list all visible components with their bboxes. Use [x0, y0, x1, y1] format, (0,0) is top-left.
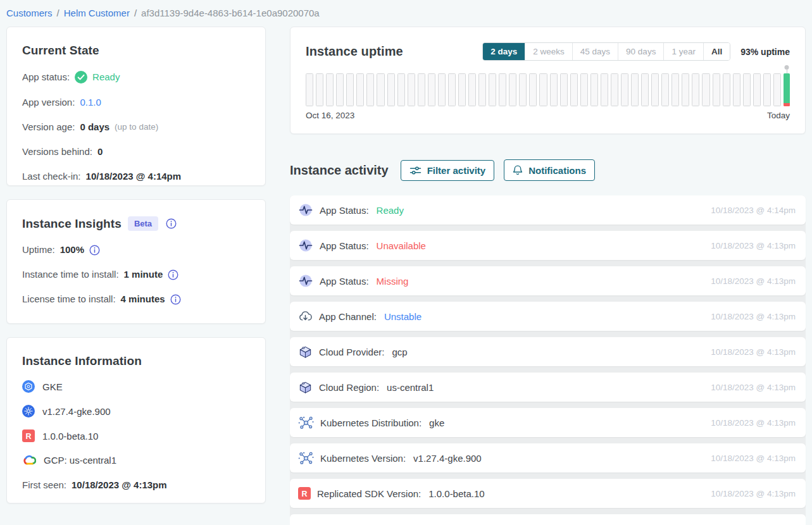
- activity-row-label: App Channel:: [319, 311, 377, 322]
- uptime-bar[interactable]: [468, 73, 476, 106]
- uptime-bar[interactable]: [408, 73, 415, 106]
- uptime-percentage: 93% uptime: [740, 47, 790, 57]
- range-button-90-days[interactable]: 90 days: [618, 43, 663, 60]
- info-icon[interactable]: [89, 245, 100, 256]
- app-version-link[interactable]: 0.1.0: [80, 97, 101, 108]
- activity-row-label: Replicated SDK Version:: [317, 488, 421, 499]
- uptime-bar[interactable]: [743, 73, 751, 106]
- breadcrumb-link-customer-name[interactable]: Helm Customer: [64, 8, 130, 18]
- uptime-bar[interactable]: [550, 73, 558, 106]
- uptime-bar[interactable]: [723, 73, 730, 106]
- app-status-icon: [298, 202, 313, 218]
- uptime-bar[interactable]: [499, 73, 506, 106]
- activity-row-timestamp: 10/18/2023 @ 4:13pm: [711, 276, 796, 286]
- uptime-bar[interactable]: [631, 73, 639, 106]
- beta-badge: Beta: [128, 216, 158, 231]
- range-button-2-weeks[interactable]: 2 weeks: [525, 43, 572, 60]
- breadcrumb-link-customers[interactable]: Customers: [6, 8, 53, 18]
- uptime-bar[interactable]: [753, 73, 761, 106]
- activity-row: App Status:Ready10/18/2023 @ 4:14pm: [290, 195, 806, 225]
- uptime-bar[interactable]: [336, 73, 344, 106]
- notifications-button[interactable]: Notifications: [504, 159, 595, 181]
- uptime-bar[interactable]: [306, 73, 313, 106]
- uptime-bar[interactable]: [601, 73, 608, 106]
- uptime-bar[interactable]: [539, 73, 547, 106]
- range-button-45-days[interactable]: 45 days: [572, 43, 618, 60]
- instance-information-text: GCP: us-central1: [44, 455, 116, 466]
- first-seen-value: 10/18/2023 @ 4:13pm: [72, 479, 167, 491]
- activity-row-value: Missing: [377, 276, 409, 287]
- instance-information-text: v1.27.4-gke.900: [42, 406, 111, 417]
- uptime-bar[interactable]: [713, 73, 720, 106]
- uptime-bar[interactable]: [580, 73, 588, 106]
- license-time-value: 4 minutes: [121, 293, 165, 305]
- info-icon[interactable]: [166, 218, 177, 229]
- uptime-bar[interactable]: [316, 73, 323, 106]
- uptime-bar[interactable]: [692, 73, 699, 106]
- uptime-bar[interactable]: [326, 73, 334, 106]
- gcp-icon: [22, 454, 36, 466]
- range-button-1-year[interactable]: 1 year: [663, 43, 703, 60]
- uptime-chart[interactable]: [306, 73, 790, 106]
- uptime-chart-labels: Oct 16, 2023 Today: [306, 111, 790, 120]
- uptime-bar[interactable]: [611, 73, 618, 106]
- license-time-row: License time to install: 4 minutes: [22, 293, 250, 305]
- versions-behind-label: Versions behind:: [22, 146, 92, 158]
- first-seen-label: First seen:: [22, 479, 66, 491]
- uptime-bar[interactable]: [641, 73, 649, 106]
- activity-row-timestamp: 10/18/2023 @ 4:13pm: [711, 454, 796, 463]
- uptime-bar[interactable]: [560, 73, 568, 106]
- app-status-icon: [298, 273, 313, 288]
- version-age-value: 0 days: [80, 121, 109, 133]
- uptime-bar[interactable]: [428, 73, 435, 106]
- range-button-all[interactable]: All: [703, 43, 730, 60]
- uptime-bar[interactable]: [621, 73, 628, 106]
- left-column: Current State App status: Ready App vers…: [6, 27, 266, 503]
- info-icon[interactable]: [170, 294, 181, 305]
- uptime-bar[interactable]: [733, 73, 740, 106]
- instance-insights-title: Instance Insights: [22, 217, 122, 231]
- uptime-bar[interactable]: [448, 73, 456, 106]
- app-version-label: App version:: [22, 97, 75, 108]
- uptime-bar[interactable]: [418, 73, 425, 106]
- uptime-bar-current[interactable]: [784, 73, 790, 106]
- last-checkin-row: Last check-in: 10/18/2023 @ 4:14pm: [22, 171, 250, 182]
- uptime-bar[interactable]: [519, 73, 527, 106]
- activity-row-label: Cloud Region:: [319, 382, 379, 393]
- activity-row: RReplicated SDK Version:1.0.0-beta.1010/…: [290, 479, 806, 508]
- activity-row-timestamp: 10/18/2023 @ 4:13pm: [711, 383, 796, 392]
- uptime-bar[interactable]: [661, 73, 669, 106]
- uptime-bar[interactable]: [346, 73, 354, 106]
- uptime-bar[interactable]: [489, 73, 496, 106]
- filter-activity-button[interactable]: Filter activity: [401, 160, 495, 181]
- uptime-bar[interactable]: [458, 73, 466, 106]
- uptime-bar[interactable]: [763, 73, 771, 106]
- instance-information-title: Instance Information: [22, 354, 250, 368]
- instance-uptime-title: Instance uptime: [306, 44, 403, 59]
- activity-row-value[interactable]: Unstable: [384, 311, 422, 322]
- uptime-bar[interactable]: [478, 73, 486, 106]
- uptime-row: Uptime: 100%: [22, 244, 250, 256]
- uptime-bar[interactable]: [397, 73, 405, 106]
- uptime-bar[interactable]: [651, 73, 659, 106]
- breadcrumb-separator: /: [134, 8, 137, 18]
- uptime-bar[interactable]: [671, 73, 679, 106]
- info-icon[interactable]: [168, 269, 178, 280]
- uptime-bar[interactable]: [438, 73, 446, 106]
- uptime-bar[interactable]: [702, 73, 709, 106]
- uptime-bar[interactable]: [529, 73, 537, 106]
- uptime-bar[interactable]: [356, 73, 364, 106]
- uptime-bar[interactable]: [773, 73, 781, 106]
- uptime-bar[interactable]: [590, 73, 598, 106]
- activity-row-value: v1.27.4-gke.900: [413, 453, 482, 464]
- uptime-bar[interactable]: [570, 73, 578, 106]
- range-button-2-days[interactable]: 2 days: [483, 43, 525, 60]
- app-channel-icon: [298, 309, 313, 324]
- app-status-icon: [298, 238, 313, 253]
- uptime-bar[interactable]: [387, 73, 395, 106]
- uptime-bar[interactable]: [377, 73, 384, 106]
- uptime-bar[interactable]: [509, 73, 516, 106]
- uptime-bar[interactable]: [366, 73, 374, 106]
- uptime-bar[interactable]: [682, 73, 689, 106]
- activity-list: App Status:Ready10/18/2023 @ 4:14pmApp S…: [290, 195, 806, 525]
